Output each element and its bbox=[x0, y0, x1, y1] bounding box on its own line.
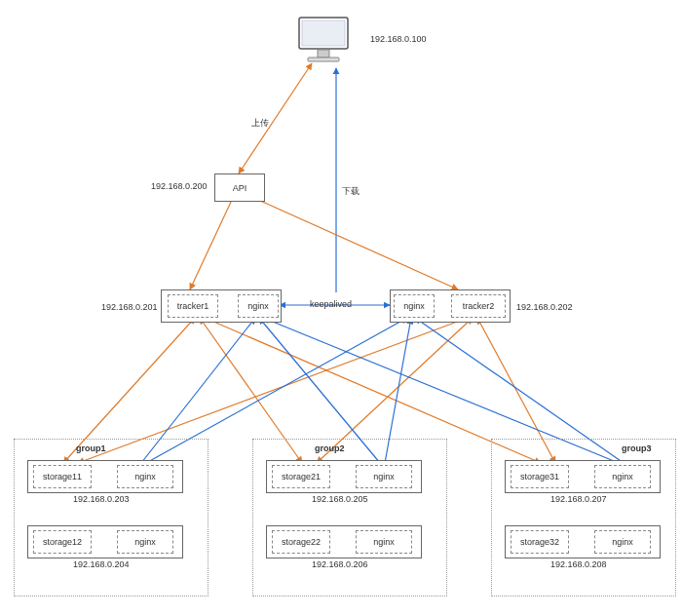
group2-b-storage: storage22 bbox=[272, 530, 330, 554]
api-label: API bbox=[233, 183, 247, 193]
tracker1-nginx-label: nginx bbox=[247, 301, 269, 311]
group2-b-storage-label: storage22 bbox=[282, 537, 321, 547]
group1-b-nginx: nginx bbox=[117, 530, 173, 554]
group2-b-nginx-label: nginx bbox=[373, 537, 395, 547]
group1-a-nginx: nginx bbox=[117, 465, 173, 488]
group3-b-nginx: nginx bbox=[594, 530, 651, 554]
group3-a-nginx: nginx bbox=[594, 465, 651, 488]
tracker1-nginx-box: nginx bbox=[238, 294, 279, 318]
group2-a-nginx: nginx bbox=[356, 465, 412, 488]
api-ip: 192.168.0.200 bbox=[151, 181, 208, 191]
group2-a-nginx-label: nginx bbox=[373, 472, 395, 481]
svg-line-0 bbox=[239, 63, 312, 173]
group2-a-storage-label: storage21 bbox=[282, 472, 321, 481]
client-computer-icon bbox=[294, 15, 353, 68]
diagram: { "client": { "ip": "192.168.0.100" }, "… bbox=[0, 0, 682, 616]
tracker1-label: tracker1 bbox=[177, 301, 209, 311]
edge-keepalived-label: keepalived bbox=[310, 299, 352, 309]
svg-rect-28 bbox=[308, 58, 339, 61]
api-box: API bbox=[214, 173, 265, 202]
tracker2-box: tracker2 bbox=[451, 294, 506, 318]
group3-a-storage-label: storage31 bbox=[520, 472, 559, 481]
group3-b-nginx-label: nginx bbox=[612, 537, 633, 547]
svg-rect-27 bbox=[318, 50, 329, 58]
group2-a-storage: storage21 bbox=[272, 465, 330, 488]
edge-upload-label: 上传 bbox=[251, 117, 269, 130]
group3-a-ip: 192.168.0.207 bbox=[550, 494, 607, 504]
edge-download-label: 下载 bbox=[342, 185, 360, 198]
group1-b-nginx-label: nginx bbox=[134, 537, 156, 547]
tracker2-nginx-label: nginx bbox=[403, 301, 425, 311]
group1-a-storage-label: storage11 bbox=[43, 472, 82, 481]
group1-a-storage: storage11 bbox=[33, 465, 92, 488]
group3-title: group3 bbox=[622, 443, 652, 453]
group3-a-storage: storage31 bbox=[511, 465, 569, 488]
group2-b-nginx: nginx bbox=[356, 530, 412, 554]
group2-title: group2 bbox=[315, 443, 345, 453]
group3-b-ip: 192.168.0.208 bbox=[550, 559, 607, 569]
svg-rect-26 bbox=[302, 20, 345, 46]
group1-b-storage: storage12 bbox=[33, 530, 92, 554]
tracker2-ip: 192.168.0.202 bbox=[516, 302, 573, 312]
client-ip: 192.168.0.100 bbox=[370, 34, 427, 44]
svg-line-3 bbox=[258, 200, 458, 289]
tracker1-box: tracker1 bbox=[168, 294, 218, 318]
tracker2-label: tracker2 bbox=[463, 301, 495, 311]
svg-line-2 bbox=[190, 200, 232, 289]
group3-b-storage: storage32 bbox=[511, 530, 569, 554]
group1-a-ip: 192.168.0.203 bbox=[73, 494, 130, 504]
group1-b-storage-label: storage12 bbox=[43, 537, 82, 547]
group3-a-nginx-label: nginx bbox=[612, 472, 633, 481]
group1-a-nginx-label: nginx bbox=[134, 472, 156, 481]
group2-a-ip: 192.168.0.205 bbox=[312, 494, 368, 504]
tracker2-nginx-box: nginx bbox=[394, 294, 435, 318]
group3-b-storage-label: storage32 bbox=[520, 537, 559, 547]
tracker1-ip: 192.168.0.201 bbox=[101, 302, 158, 312]
group2-b-ip: 192.168.0.206 bbox=[312, 559, 368, 569]
group1-title: group1 bbox=[76, 443, 106, 453]
group1-b-ip: 192.168.0.204 bbox=[73, 559, 130, 569]
